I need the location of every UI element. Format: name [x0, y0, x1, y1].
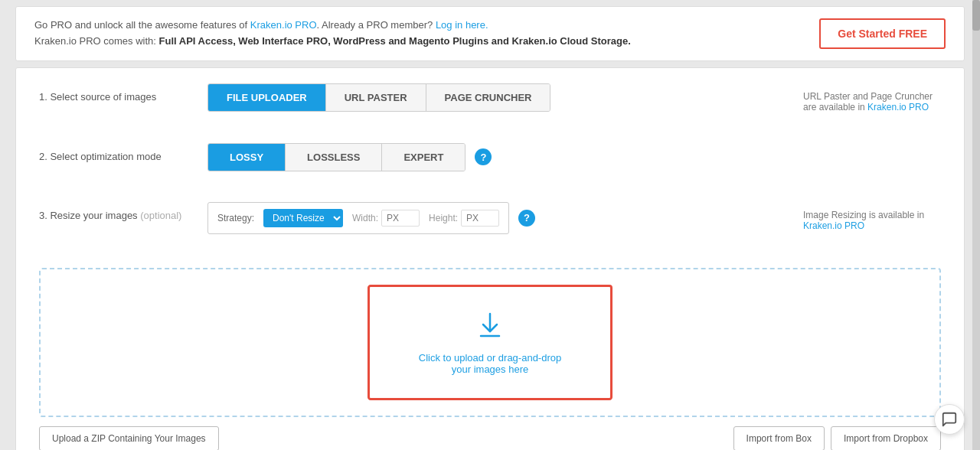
import-dropbox-button[interactable]: Import from Dropbox	[831, 426, 941, 450]
promo-text: Go PRO and unlock all the awesome featur…	[34, 18, 631, 50]
strategy-select[interactable]: Don't Resize	[263, 209, 343, 227]
chat-icon	[941, 411, 958, 428]
promo-text-before: Go PRO and unlock all the awesome featur…	[34, 19, 250, 31]
chat-widget[interactable]	[934, 404, 965, 435]
resize-help-icon[interactable]: ?	[518, 210, 535, 227]
step1-label: 1. Select source of images	[39, 83, 207, 103]
optimization-help-icon[interactable]: ?	[475, 148, 492, 165]
kraken-pro-link-step3[interactable]: Kraken.io PRO	[803, 220, 864, 231]
tab-page-cruncher[interactable]: PAGE CRUNCHER	[426, 84, 550, 111]
kraken-pro-link1[interactable]: Kraken.io PRO	[250, 19, 317, 31]
drop-zone[interactable]: Click to upload or drag-and-drop your im…	[368, 285, 612, 400]
tab-lossy[interactable]: LOSSY	[208, 144, 286, 171]
width-input[interactable]	[381, 210, 420, 227]
step3-label: 3. Resize your images (optional)	[39, 202, 207, 221]
step1-controls: FILE UPLOADER URL PASTER PAGE CRUNCHER	[207, 83, 788, 112]
step3-note: Image Resizing is available in Kraken.io…	[788, 202, 941, 231]
step2-row: 2. Select optimization mode LOSSY LOSSLE…	[39, 143, 941, 187]
upload-zip-button[interactable]: Upload a ZIP Containing Your Images	[39, 426, 219, 450]
strategy-label: Strategy:	[217, 213, 254, 223]
tab-url-paster[interactable]: URL PASTER	[326, 84, 426, 111]
step3-row: 3. Resize your images (optional) Strateg…	[39, 202, 941, 249]
width-field: Width:	[352, 210, 420, 227]
optimization-tab-group: LOSSY LOSSLESS EXPERT	[207, 143, 466, 171]
resize-control-box: Strategy: Don't Resize Width: Height:	[207, 202, 509, 234]
step2-label: 2. Select optimization mode	[39, 143, 207, 162]
tab-file-uploader[interactable]: FILE UPLOADER	[208, 84, 326, 111]
upload-icon	[475, 310, 505, 343]
step3-controls: Strategy: Don't Resize Width: Height:	[207, 202, 788, 234]
promo-banner: Go PRO and unlock all the awesome featur…	[15, 6, 965, 61]
step2-note	[788, 143, 941, 151]
step1-row: 1. Select source of images FILE UPLOADER…	[39, 83, 941, 128]
login-link[interactable]: Log in here.	[436, 19, 488, 31]
drop-zone-wrapper[interactable]: Click to upload or drag-and-drop your im…	[39, 268, 941, 417]
bottom-buttons-row: Upload a ZIP Containing Your Images Impo…	[39, 426, 941, 450]
height-input[interactable]	[461, 210, 499, 227]
promo-text-line2: Kraken.io PRO comes with: Full API Acces…	[34, 35, 631, 47]
kraken-pro-link-step1[interactable]: Kraken.io PRO	[867, 102, 929, 112]
height-field: Height:	[429, 210, 499, 227]
tab-expert[interactable]: EXPERT	[382, 144, 465, 171]
import-buttons: Import from Box Import from Dropbox	[733, 426, 941, 450]
optimization-group: LOSSY LOSSLESS EXPERT ?	[207, 143, 788, 171]
drop-zone-text: Click to upload or drag-and-drop your im…	[416, 352, 564, 375]
source-tab-group: FILE UPLOADER URL PASTER PAGE CRUNCHER	[207, 83, 550, 112]
get-started-button[interactable]: Get Started FREE	[819, 18, 946, 49]
tab-lossless[interactable]: LOSSLESS	[286, 144, 382, 171]
promo-text-middle: . Already a PRO member?	[317, 19, 436, 31]
step2-controls: LOSSY LOSSLESS EXPERT ?	[207, 143, 788, 171]
step1-note: URL Paster and Page Cruncher are availab…	[788, 83, 941, 112]
main-content-card: 1. Select source of images FILE UPLOADER…	[15, 67, 965, 450]
import-box-button[interactable]: Import from Box	[733, 426, 825, 450]
resize-row: Strategy: Don't Resize Width: Height:	[207, 202, 788, 234]
